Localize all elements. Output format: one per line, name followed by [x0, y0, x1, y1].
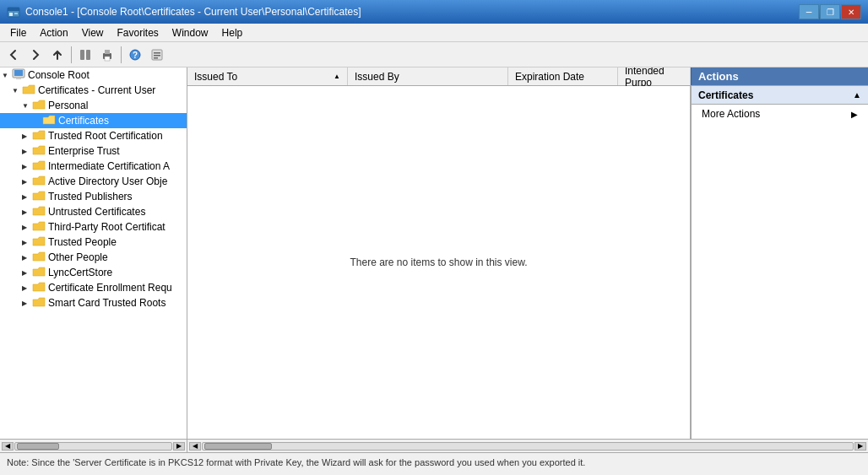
col-header-expiration[interactable]: Expiration Date: [508, 67, 618, 85]
tree-item-intermediate[interactable]: ▶ Intermediate Certification A: [0, 159, 187, 174]
expand-arrow: ▼: [12, 87, 22, 94]
expand-arrow: ▶: [22, 300, 32, 307]
tree-label: Intermediate Certification A: [48, 160, 170, 172]
tree-label: Smart Card Trusted Roots: [48, 297, 165, 309]
minimize-button[interactable]: –: [799, 4, 819, 19]
tree-item-active-directory[interactable]: ▶ Active Directory User Obje: [0, 174, 187, 189]
empty-message: There are no items to show in this view.: [350, 256, 527, 268]
col-header-issued-by[interactable]: Issued By: [348, 67, 508, 85]
actions-panel: Certificates ▲ More Actions ▶: [691, 86, 868, 439]
col-header-intended[interactable]: Intended Purpo: [618, 67, 691, 85]
svg-rect-17: [16, 78, 21, 79]
tree-item-other-people[interactable]: ▶ Other People: [0, 250, 187, 265]
sort-arrow: ▲: [334, 73, 340, 80]
tree-item-third-party[interactable]: ▶ Third-Party Root Certificat: [0, 219, 187, 235]
tree-item-untrusted-certs[interactable]: ▶ Untrusted Certificates: [0, 204, 187, 219]
tree-label: LyncCertStore: [48, 267, 112, 278]
tree-label: Other People: [48, 251, 108, 263]
actions-header: Actions: [691, 67, 868, 85]
title-text: Console1 - [Console Root\Certificates - …: [25, 6, 799, 18]
back-button[interactable]: [3, 45, 24, 65]
tree-item-trusted-people[interactable]: ▶ Trusted People: [0, 235, 187, 250]
tree-label: Certificate Enrollment Requ: [48, 282, 172, 294]
menu-item-help[interactable]: Help: [215, 25, 250, 40]
tree-label: Certificates - Current User: [38, 84, 155, 96]
folder-icon: [32, 296, 46, 310]
main-layout: ▼ Console Root ▼ Certificates - Current …: [0, 67, 868, 439]
action-item-more-actions[interactable]: More Actions ▶: [692, 105, 868, 123]
tree-label: Third-Party Root Certificat: [48, 221, 165, 233]
menu-item-view[interactable]: View: [75, 25, 111, 40]
scroll-left-arrow-2[interactable]: ◀: [189, 442, 201, 451]
computer-icon: [12, 68, 25, 83]
folder-icon: [32, 159, 46, 174]
menu-item-action[interactable]: Action: [33, 25, 74, 40]
content-area: There are no items to show in this view.: [187, 86, 691, 439]
toolbar-separator-1: [71, 46, 72, 63]
svg-rect-8: [105, 57, 110, 61]
tree-panel: ▼ Console Root ▼ Certificates - Current …: [0, 67, 187, 439]
tree-item-trusted-publishers[interactable]: ▶ Trusted Publishers: [0, 189, 187, 204]
h-scrollbar-right-track[interactable]: [202, 442, 854, 451]
folder-icon: [32, 190, 46, 204]
tree-label: Certificates: [58, 115, 109, 127]
expand-arrow: ▶: [22, 132, 32, 140]
svg-rect-4: [80, 50, 84, 60]
tree-item-lynnc[interactable]: ▶ LyncCertStore: [0, 265, 187, 280]
toolbar-separator-2: [121, 46, 122, 63]
tree-label: Trusted Publishers: [48, 191, 133, 202]
action-section-certificates[interactable]: Certificates ▲: [692, 86, 868, 105]
expand-arrow: ▶: [22, 148, 32, 155]
tree-item-cert-enrollment[interactable]: ▶ Certificate Enrollment Requ: [0, 280, 187, 295]
tree-label: Personal: [48, 100, 88, 111]
expand-arrow: ▶: [22, 208, 32, 216]
tree-label: Console Root: [28, 69, 90, 81]
scroll-left-arrow[interactable]: ◀: [2, 442, 14, 451]
tree-item-console-root[interactable]: ▼ Console Root: [0, 67, 187, 83]
forward-button[interactable]: [25, 45, 46, 65]
expand-arrow: ▼: [2, 72, 12, 79]
folder-icon: [42, 114, 56, 128]
expand-arrow: ▶: [22, 254, 32, 262]
svg-rect-7: [105, 50, 110, 54]
svg-rect-13: [154, 55, 160, 57]
close-button[interactable]: ✕: [841, 4, 861, 19]
column-headers: Issued To ▲ Issued By Expiration Date In…: [187, 67, 868, 86]
menu-item-window[interactable]: Window: [165, 25, 215, 40]
folder-icon: [32, 175, 46, 189]
tree-label: Trusted Root Certification: [48, 130, 163, 142]
collapse-icon: ▲: [853, 90, 861, 100]
expand-arrow: ▶: [22, 269, 32, 277]
show-hide-button[interactable]: [75, 45, 95, 65]
col-header-issued-to[interactable]: Issued To ▲: [187, 67, 348, 85]
tree-item-trusted-root[interactable]: ▶ Trusted Root Certification: [0, 128, 187, 143]
help-button[interactable]: ?: [125, 45, 145, 65]
scroll-right-arrow-2[interactable]: ▶: [854, 442, 866, 451]
tree-item-enterprise-trust[interactable]: ▶ Enterprise Trust: [0, 143, 187, 159]
menu-item-file[interactable]: File: [3, 25, 33, 40]
svg-text:?: ?: [133, 51, 138, 60]
restore-button[interactable]: ❐: [820, 4, 840, 19]
properties-button[interactable]: [147, 45, 167, 65]
status-message: Note: Since the 'Server Certificate is i…: [7, 457, 585, 467]
tree-item-personal[interactable]: ▼ Personal: [0, 98, 187, 113]
svg-rect-1: [8, 8, 19, 11]
tree-item-smart-card[interactable]: ▶ Smart Card Trusted Roots: [0, 295, 187, 310]
tree-label: Enterprise Trust: [48, 145, 120, 157]
toolbar: ?: [0, 42, 868, 67]
menu-item-favorites[interactable]: Favorites: [111, 25, 165, 40]
tree-label: Untrusted Certificates: [48, 206, 145, 218]
right-scroll-area: ◀ ▶: [187, 440, 868, 452]
up-button[interactable]: [47, 45, 68, 65]
print-button[interactable]: [97, 45, 117, 65]
folder-icon: [32, 129, 46, 143]
tree-item-certs-current-user[interactable]: ▼ Certificates - Current User: [0, 83, 187, 98]
h-scrollbar-left-track[interactable]: [14, 442, 172, 451]
svg-rect-12: [154, 52, 160, 54]
more-actions-arrow: ▶: [851, 110, 858, 119]
scroll-right-arrow[interactable]: ▶: [173, 442, 185, 451]
folder-icon: [22, 84, 35, 98]
svg-rect-3: [14, 13, 18, 14]
tree-item-certificates[interactable]: Certificates: [0, 113, 187, 128]
scroll-area: ◀ ▶ ◀ ▶: [0, 439, 868, 452]
